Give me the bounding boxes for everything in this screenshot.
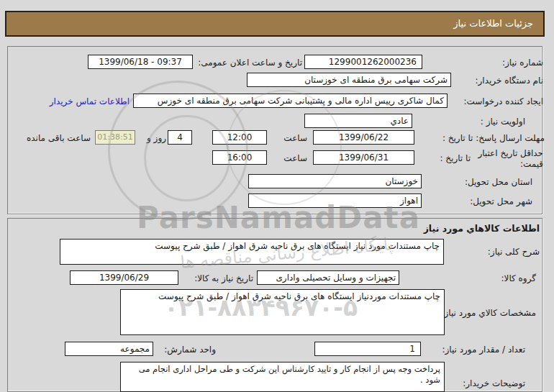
days-remaining-field[interactable]: 4 bbox=[168, 130, 192, 145]
quantity-field[interactable]: 1 bbox=[314, 342, 421, 356]
priority-field[interactable]: عادي bbox=[304, 114, 412, 128]
response-deadline-date-field[interactable]: 1399/06/22 bbox=[313, 130, 414, 145]
delivery-city-field[interactable]: اهواز bbox=[248, 193, 422, 208]
priority-label: اولویت نیاز : bbox=[428, 117, 525, 127]
general-description-label: شرح کلی نیاز: bbox=[471, 247, 540, 257]
validity-hour-label: ساعت bbox=[276, 153, 307, 164]
goods-specs-textarea[interactable]: چاپ مستندات موردنیاز ایستگاه های برق ناح… bbox=[120, 289, 445, 335]
buyer-contact-link[interactable]: اطلاعات تماس خریدار bbox=[35, 96, 130, 106]
hours-remaining-label: ساعت باقی مانده bbox=[10, 133, 91, 144]
request-creator-label: ایجاد کننده درخواست: bbox=[440, 96, 543, 107]
need-details-panel bbox=[7, 46, 542, 214]
quantity-label: تعداد / مقدار مورد نیاز: bbox=[428, 345, 525, 355]
until-date-label: تا تاریخ : bbox=[430, 153, 471, 164]
goods-group-label: گروه کالا: bbox=[471, 273, 536, 284]
goods-need-date-label: تاریخ نیاز به کالا: bbox=[181, 273, 253, 284]
days-and-label: روز و bbox=[145, 133, 166, 144]
buyer-name-field[interactable]: شرکت سهامی برق منطقه ای خوزستان bbox=[247, 73, 451, 87]
delivery-city-label: شهر محل تحویل: bbox=[446, 196, 532, 207]
deadline-hour-label: ساعت bbox=[276, 133, 307, 144]
response-deadline-label: مهلت ارسال پاسخ: تا تاریخ : bbox=[428, 133, 545, 144]
delivery-province-label: استان محل تحویل: bbox=[446, 177, 532, 188]
buyer-notes-textarea[interactable]: پرداخت وجه پس از انجام کار و تایید کارشن… bbox=[120, 362, 445, 392]
goods-group-field[interactable]: تجهیزات و وسایل تحصیلی واداری bbox=[257, 270, 399, 285]
countdown-timer: 01:38:51 bbox=[95, 130, 135, 145]
page-title: جزئیات اطلاعات نیاز bbox=[5, 11, 545, 37]
announce-datetime-field[interactable]: 1399/06/18 - 09:37 bbox=[88, 55, 193, 69]
goods-need-date-field[interactable]: 1399/06/29 bbox=[70, 270, 178, 285]
request-creator-field[interactable]: کمال شاکری رییس اداره مالی و پشتیبانی شر… bbox=[133, 94, 448, 108]
unit-field[interactable]: مجموعه bbox=[65, 342, 153, 356]
general-description-textarea[interactable]: چاپ مستندات مورد نیاز ایستگاه های برق نا… bbox=[60, 239, 444, 265]
price-validity-label: حداقل تاریخ اعتبار قیمت: bbox=[473, 148, 543, 170]
price-validity-date-field[interactable]: 1399/06/31 bbox=[313, 150, 414, 165]
goods-specs-label: مشخصات کالاي مورد نیاز: bbox=[439, 308, 536, 319]
price-validity-time-field[interactable]: 16:00 bbox=[212, 150, 267, 165]
goods-section-header: اطلاعات کالاهاي مورد نیاز bbox=[389, 223, 540, 234]
need-number-field[interactable]: 1299001262000236 bbox=[304, 55, 422, 69]
buyer-notes-label: توضیحات خریدار: bbox=[453, 378, 525, 389]
announce-datetime-label: تاریخ و ساعت اعلان عمومی: bbox=[180, 58, 302, 68]
buyer-name-label: نام دستگاه خریدار: bbox=[442, 76, 543, 86]
delivery-province-field[interactable]: خوزستان bbox=[248, 174, 422, 188]
response-deadline-time-field[interactable]: 12:00 bbox=[212, 130, 267, 145]
need-number-label: شماره نیاز: bbox=[432, 58, 543, 68]
unit-label: واحد شمارش: bbox=[162, 345, 216, 355]
